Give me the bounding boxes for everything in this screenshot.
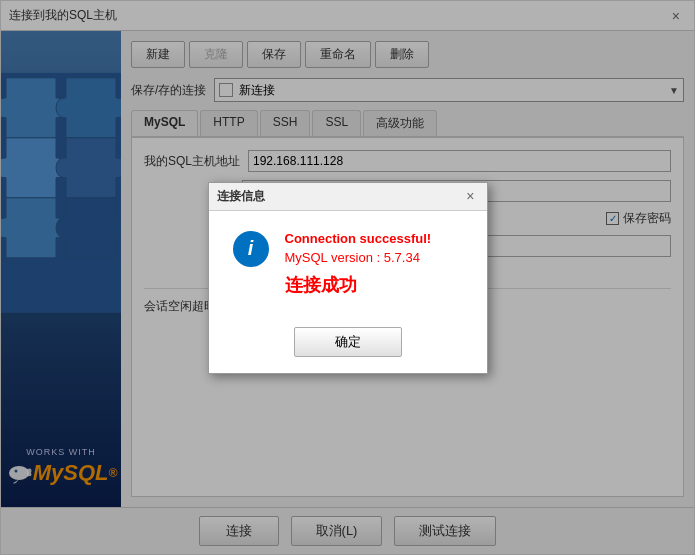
success-message: Connection successful! (285, 231, 432, 246)
dialog-body: i Connection successful! MySQL version :… (209, 211, 487, 317)
dialog-close-button[interactable]: × (462, 188, 478, 204)
ok-button[interactable]: 确定 (294, 327, 402, 357)
info-icon: i (233, 231, 269, 267)
chinese-success-message: 连接成功 (285, 273, 432, 297)
dialog-footer: 确定 (209, 317, 487, 373)
dialog-title-bar: 连接信息 × (209, 183, 487, 211)
main-window: 连接到我的SQL主机 × (0, 0, 695, 555)
dialog-title: 连接信息 (217, 188, 265, 205)
dialog-content: Connection successful! MySQL version : 5… (285, 231, 432, 297)
version-message: MySQL version : 5.7.34 (285, 250, 432, 265)
modal-overlay: 连接信息 × i Connection successful! MySQL ve… (1, 1, 694, 554)
connection-info-dialog: 连接信息 × i Connection successful! MySQL ve… (208, 182, 488, 374)
